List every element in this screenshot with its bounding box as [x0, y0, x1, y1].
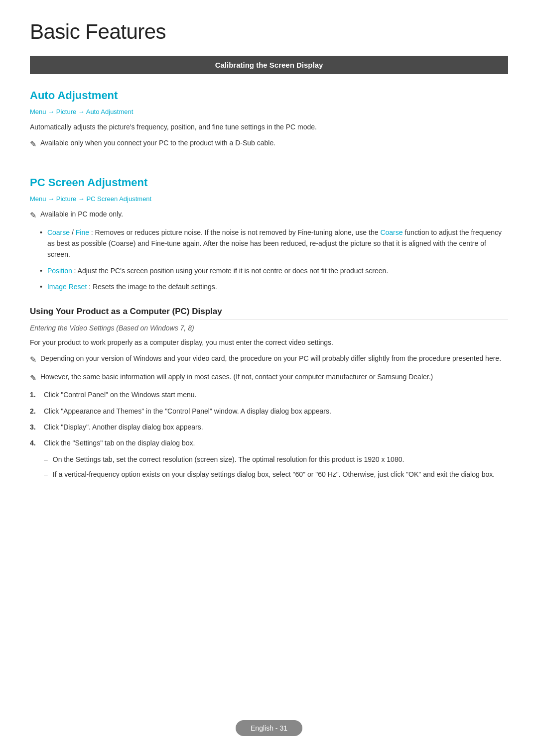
step-3-text: Click "Display". Another display dialog … [44, 422, 203, 432]
coarse-fine-text: : Removes or reduces picture noise. If t… [91, 228, 381, 236]
coarse-link: Coarse [47, 228, 70, 236]
using-product-note-1: ✎ Depending on your version of Windows a… [30, 353, 508, 366]
footer-badge: English - 31 [236, 720, 302, 736]
auto-adjustment-title: Auto Adjustment [30, 89, 508, 102]
using-product-note-2: ✎ However, the same basic information wi… [30, 371, 508, 385]
coarse-link-2: Coarse [380, 228, 403, 236]
step-2: 2. Click "Appearance and Themes" in the … [30, 406, 508, 417]
step-2-text: Click "Appearance and Themes" in the "Co… [44, 406, 331, 417]
position-link: Position [47, 267, 72, 275]
pc-screen-adjustment-breadcrumb: Menu → Picture → PC Screen Adjustment [30, 195, 508, 203]
position-text: : Adjust the PC's screen position using … [74, 267, 389, 275]
separator-slash: / [72, 228, 76, 236]
sub-step-2-text: If a vertical-frequency option exists on… [53, 469, 495, 480]
pc-screen-note: ✎ Available in PC mode only. [30, 209, 508, 222]
using-product-note-1-text: Depending on your version of Windows and… [40, 353, 508, 364]
divider-1 [30, 161, 508, 161]
pc-screen-adjustment-title: PC Screen Adjustment [30, 176, 508, 189]
auto-adjustment-note: ✎ Available only when you connect your P… [30, 137, 508, 151]
note-icon-3: ✎ [30, 353, 36, 366]
section-header: Calibrating the Screen Display [30, 56, 508, 74]
bullet-item-coarse: Coarse / Fine : Removes or reduces pictu… [30, 227, 508, 260]
step-4-num: 4. [30, 437, 40, 448]
step-1: 1. Click "Control Panel" on the Windows … [30, 389, 508, 400]
using-product-title: Using Your Product as a Computer (PC) Di… [30, 307, 508, 320]
note-icon: ✎ [30, 138, 36, 151]
using-product-intro: For your product to work properly as a c… [30, 337, 508, 348]
image-reset-link: Image Reset [47, 283, 87, 291]
bullet-item-image-reset: Image Reset : Resets the image to the de… [30, 281, 508, 292]
sub-step-2: If a vertical-frequency option exists on… [44, 469, 508, 480]
pc-screen-bullet-list: Coarse / Fine : Removes or reduces pictu… [30, 227, 508, 293]
note-icon-2: ✎ [30, 209, 36, 222]
auto-adjustment-note-text: Available only when you connect your PC … [40, 137, 508, 148]
step-1-num: 1. [30, 389, 40, 400]
sub-step-1-text: On the Settings tab, set the correct res… [53, 454, 404, 465]
sub-steps-list: On the Settings tab, set the correct res… [44, 454, 508, 480]
pc-screen-note-text: Available in PC mode only. [40, 209, 508, 219]
footer: English - 31 [0, 720, 538, 736]
fine-link: Fine [76, 228, 89, 236]
sub-step-1: On the Settings tab, set the correct res… [44, 454, 508, 465]
using-product-note-2-text: However, the same basic information will… [40, 371, 508, 382]
using-product-steps: 1. Click "Control Panel" on the Windows … [30, 389, 508, 449]
note-icon-4: ✎ [30, 372, 36, 385]
auto-adjustment-description: Automatically adjusts the picture's freq… [30, 121, 508, 132]
step-2-num: 2. [30, 406, 40, 417]
step-4: 4. Click the "Settings" tab on the displ… [30, 437, 508, 448]
bullet-item-position: Position : Adjust the PC's screen positi… [30, 265, 508, 276]
page-title: Basic Features [30, 20, 508, 44]
step-1-text: Click "Control Panel" on the Windows sta… [44, 389, 196, 400]
step-3: 3. Click "Display". Another display dial… [30, 422, 508, 432]
step-3-num: 3. [30, 422, 40, 432]
using-product-subtitle: Entering the Video Settings (Based on Wi… [30, 324, 508, 332]
auto-adjustment-breadcrumb: Menu → Picture → Auto Adjustment [30, 108, 508, 115]
image-reset-text: : Resets the image to the default settin… [89, 283, 217, 291]
step-4-text: Click the "Settings" tab on the display … [44, 437, 195, 448]
